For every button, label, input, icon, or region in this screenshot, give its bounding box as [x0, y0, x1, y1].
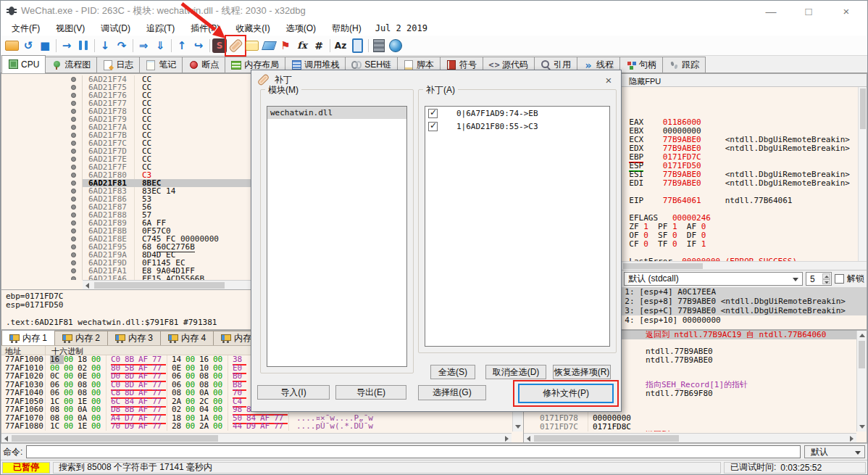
module-list-item[interactable]: wechatwin.dll [267, 107, 406, 119]
scylla-icon[interactable]: S [212, 38, 227, 53]
breakpoint-gutter[interactable] [1, 163, 83, 171]
export-button[interactable]: 导出(E) [335, 385, 406, 400]
breakpoint-gutter[interactable] [1, 243, 83, 251]
breakpoint-gutter[interactable] [1, 115, 83, 123]
patch-checkbox[interactable] [428, 122, 438, 131]
scroll-thumb[interactable] [94, 282, 225, 289]
scroll-up-icon[interactable] [859, 334, 865, 337]
argument-row[interactable]: 2: [esp+8] 77B9ABE0 <ntdll.DbgUiRemoteBr… [622, 297, 867, 306]
import-button[interactable]: 导入(I) [257, 385, 330, 400]
tab-笔记[interactable]: 笔记 [139, 57, 183, 73]
breakpoint-dot-icon[interactable] [71, 85, 76, 90]
stack-row[interactable]: 0171FD7C0171FD8C [524, 423, 856, 431]
breakpoint-dot-icon[interactable] [71, 236, 76, 241]
argument-row[interactable]: 1: [esp+4] A0C17EEA [622, 287, 867, 297]
register-line[interactable]: EIP 77B64061 ntdll.77B64061 [629, 197, 867, 205]
breakpoint-gutter[interactable] [1, 187, 83, 195]
command-input[interactable] [26, 445, 801, 458]
scroll-right-icon[interactable] [505, 436, 509, 442]
breakpoint-gutter[interactable] [1, 123, 83, 131]
registers-vscrollbar[interactable] [858, 87, 867, 261]
menu-item[interactable]: 收藏夹(I) [228, 22, 277, 36]
breakpoint-dot-icon[interactable] [71, 101, 76, 106]
tab-句柄[interactable]: 句柄 [619, 57, 663, 73]
breakpoint-gutter[interactable] [1, 219, 83, 227]
spinner-buttons[interactable] [822, 273, 830, 284]
scroll-left-icon[interactable] [85, 283, 89, 289]
animate-into-icon[interactable]: ⇓ [152, 38, 168, 54]
tab-CPU[interactable]: CPU [1, 55, 46, 73]
breakpoint-dot-icon[interactable] [71, 220, 76, 226]
execute-till-return-icon[interactable]: ↑ [174, 38, 190, 54]
stack-vscrollbar[interactable] [856, 331, 867, 431]
menu-item[interactable]: 插件(P) [183, 22, 228, 36]
breakpoint-dot-icon[interactable] [71, 165, 76, 170]
dump-hscrollbar[interactable] [1, 433, 512, 442]
pick-groups-button[interactable]: 选择组(G) [418, 385, 486, 400]
breakpoint-dot-icon[interactable] [71, 181, 76, 186]
breakpoint-dot-icon[interactable] [71, 260, 76, 265]
breakpoint-gutter[interactable] [1, 131, 83, 139]
command-profile-select[interactable]: 默认 [804, 445, 865, 458]
menu-item[interactable]: 视图(V) [48, 22, 93, 36]
arg-count-spinner[interactable]: 5 [806, 272, 832, 286]
menu-item[interactable]: 文件(F) [4, 22, 48, 36]
select-all-button[interactable]: 全选(S) [430, 365, 475, 379]
breakpoint-gutter[interactable] [1, 99, 83, 107]
hide-fpu-tab[interactable]: 隐藏FPU [622, 74, 867, 87]
restart-icon[interactable]: ↺ [20, 38, 36, 54]
modules-icon[interactable] [349, 38, 365, 54]
restore-selection-button[interactable]: 恢复选择项(R) [553, 365, 611, 379]
breakpoint-gutter[interactable] [1, 75, 83, 83]
dialog-close-icon[interactable]: × [602, 73, 615, 86]
string-search-icon[interactable]: Az [333, 38, 349, 54]
breakpoint-dot-icon[interactable] [71, 212, 76, 218]
register-list[interactable]: EAX 01186000EBX 00000000ECX 77B9ABE0 <nt… [622, 87, 867, 261]
argument-row[interactable]: 3: [esp+C] 77B9ABE0 <ntdll.DbgUiRemoteBr… [622, 306, 867, 315]
dump-tab-2[interactable]: 内存 2 [54, 331, 108, 345]
breakpoint-dot-icon[interactable] [71, 276, 76, 280]
scroll-down-icon[interactable] [515, 425, 521, 429]
breakpoint-gutter[interactable] [1, 275, 83, 280]
menu-item[interactable]: 帮助(H) [324, 22, 370, 36]
breakpoint-gutter[interactable] [1, 251, 83, 259]
tab-流程图[interactable]: 流程图 [45, 57, 97, 73]
patch-icon[interactable] [228, 38, 243, 54]
dump-tab-4[interactable]: 内存 4 [160, 331, 214, 345]
open-file-icon[interactable] [4, 38, 20, 54]
module-list[interactable]: wechatwin.dll [267, 106, 407, 367]
patch-list-item[interactable]: 1|6AD21F80:55->C3 [425, 120, 609, 133]
scroll-left-icon[interactable] [527, 436, 530, 442]
close-button[interactable]: × [840, 4, 853, 17]
patch-file-button[interactable]: 修补文件(P) [518, 384, 614, 403]
step-over-icon[interactable]: ↷ [114, 38, 130, 54]
run-to-cursor-icon[interactable]: ⇒ [135, 38, 151, 54]
calculator-icon[interactable] [371, 38, 387, 54]
breakpoint-gutter[interactable] [1, 211, 83, 219]
unlock-checkbox[interactable] [835, 274, 844, 284]
breakpoint-gutter[interactable] [1, 171, 83, 179]
calling-convention-select[interactable]: 默认 (stdcall) [624, 272, 803, 286]
register-line[interactable]: EDI 77B9ABE0 <ntdll.DbgUiRemoteBreakin> [629, 179, 867, 188]
hash-icon[interactable]: # [311, 38, 327, 54]
breakpoint-dot-icon[interactable] [71, 244, 76, 249]
breakpoint-gutter[interactable] [1, 83, 83, 91]
dump-tab-1[interactable]: 内存 1 [1, 330, 55, 345]
globe-icon[interactable] [388, 38, 404, 54]
breakpoint-dot-icon[interactable] [71, 149, 76, 154]
function-analysis-icon[interactable]: fx [294, 38, 310, 54]
tab-断点[interactable]: 断点 [182, 57, 225, 73]
tab-日志[interactable]: 日志 [96, 57, 140, 73]
breakpoint-dot-icon[interactable] [71, 189, 76, 194]
menu-item[interactable]: 调试(D) [93, 22, 138, 36]
dump-tab-3[interactable]: 内存 3 [107, 331, 161, 345]
register-line[interactable]: CF 0 TF 0 IF 1 [629, 240, 867, 249]
breakpoint-gutter[interactable] [1, 235, 83, 243]
breakpoint-dot-icon[interactable] [71, 125, 76, 130]
stack-hscrollbar[interactable] [524, 433, 856, 442]
run-icon[interactable]: → [59, 38, 75, 54]
breakpoint-gutter[interactable] [1, 227, 83, 235]
breakpoint-gutter[interactable] [1, 203, 83, 211]
breakpoint-dot-icon[interactable] [71, 173, 76, 178]
pause-icon[interactable] [75, 38, 91, 54]
